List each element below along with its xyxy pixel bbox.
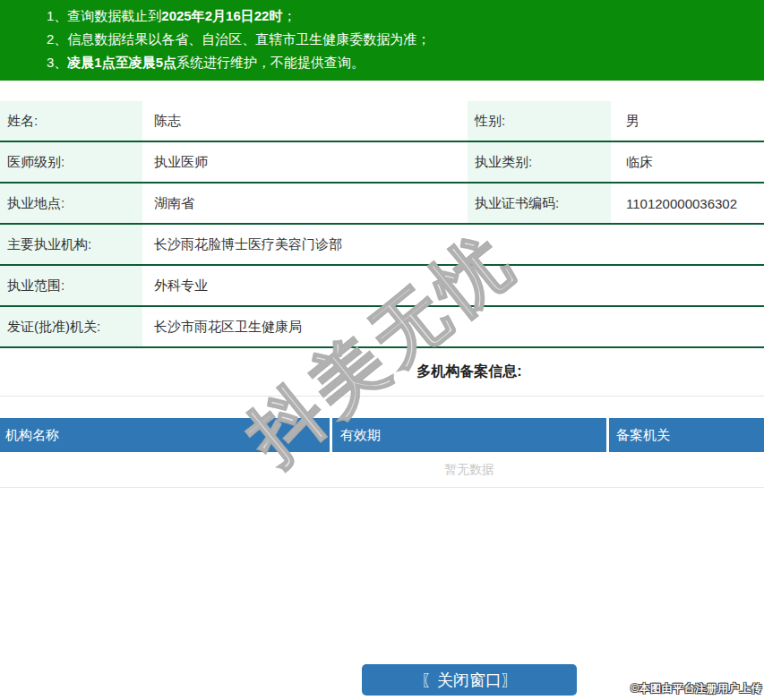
doctor-level-label: 医师级别: bbox=[0, 142, 142, 182]
copyright-watermark: ©本图由平台注册用户上传 bbox=[631, 681, 762, 696]
column-header-filing-authority: 备案机关 bbox=[609, 418, 764, 452]
table-row-level-category: 医师级别: 执业医师 执业类别: 临床 bbox=[0, 142, 764, 184]
table-row-name-gender: 姓名: 陈志 性别: 男 bbox=[0, 101, 764, 142]
gender-value: 男 bbox=[614, 101, 764, 141]
issuing-authority-value: 长沙市雨花区卫生健康局 bbox=[145, 307, 764, 346]
table-row-practice-scope: 执业范围: 外科专业 bbox=[0, 266, 764, 307]
gender-label: 性别: bbox=[468, 101, 611, 141]
license-number-label: 执业证书编码: bbox=[468, 184, 611, 223]
practitioner-info-table: 姓名: 陈志 性别: 男 医师级别: 执业医师 执业类别: 临床 执业地点: 湖… bbox=[0, 101, 764, 348]
table-row-main-institution: 主要执业机构: 长沙雨花脸博士医疗美容门诊部 bbox=[0, 225, 764, 266]
column-header-validity-period: 有效期 bbox=[332, 418, 606, 452]
practice-category-value: 临床 bbox=[614, 142, 764, 182]
main-institution-value: 长沙雨花脸博士医疗美容门诊部 bbox=[145, 225, 764, 264]
practice-scope-label: 执业范围: bbox=[0, 266, 142, 305]
table-row-location-license: 执业地点: 湖南省 执业证书编码: 110120000036302 bbox=[0, 184, 764, 225]
notice-line-2: 2、信息数据结果以各省、自治区、直辖市卫生健康委数据为准； bbox=[47, 28, 764, 51]
issuing-authority-label: 发证(批准)机关: bbox=[0, 307, 142, 346]
practice-scope-value: 外科专业 bbox=[145, 266, 764, 305]
practice-location-label: 执业地点: bbox=[0, 184, 142, 223]
license-number-value: 110120000036302 bbox=[614, 184, 764, 223]
column-header-institution-name: 机构名称 bbox=[0, 418, 330, 452]
practice-location-value: 湖南省 bbox=[145, 184, 465, 223]
practice-category-label: 执业类别: bbox=[468, 142, 611, 182]
multi-institution-section: 多机构备案信息: bbox=[0, 348, 764, 397]
filing-table-header: 机构名称 有效期 备案机关 bbox=[0, 418, 764, 452]
notice-line-3: 3、凌晨1点至凌晨5点系统进行维护，不能提供查询。 bbox=[47, 51, 764, 74]
table-row-issuing-authority: 发证(批准)机关: 长沙市雨花区卫生健康局 bbox=[0, 307, 764, 348]
name-value: 陈志 bbox=[145, 101, 465, 141]
notice-banner: 1、查询数据截止到2025年2月16日22时； 2、信息数据结果以各省、自治区、… bbox=[0, 0, 764, 81]
empty-data-placeholder: 暂无数据 bbox=[0, 452, 764, 488]
filing-table: 机构名称 有效期 备案机关 暂无数据 bbox=[0, 418, 764, 488]
doctor-level-value: 执业医师 bbox=[145, 142, 465, 182]
query-result-window: 1、查询数据截止到2025年2月16日22时； 2、信息数据结果以各省、自治区、… bbox=[0, 0, 764, 700]
close-window-button[interactable]: 〖关闭窗口〗 bbox=[362, 664, 577, 696]
main-institution-label: 主要执业机构: bbox=[0, 225, 142, 264]
notice-line-1: 1、查询数据截止到2025年2月16日22时； bbox=[47, 4, 764, 28]
section-title: 多机构备案信息: bbox=[416, 363, 521, 381]
name-label: 姓名: bbox=[0, 101, 142, 141]
